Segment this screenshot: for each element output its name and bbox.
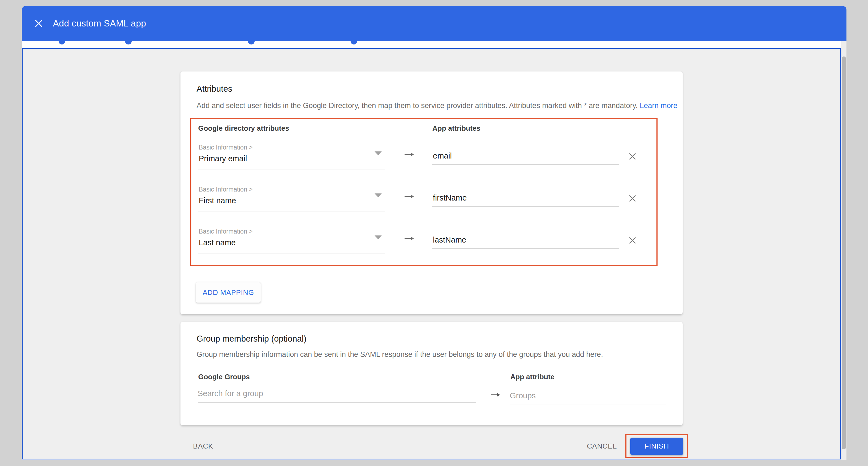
select-underline	[198, 169, 385, 169]
delete-mapping-icon[interactable]	[626, 150, 639, 162]
attributes-description-text: Add and select user fields in the Google…	[196, 101, 638, 110]
dialog-titlebar: Add custom SAML app	[22, 6, 846, 41]
arrow-right-icon	[404, 236, 414, 242]
dialog-title: Add custom SAML app	[53, 18, 146, 29]
learn-more-link[interactable]: Learn more	[640, 101, 677, 110]
app-attribute-input[interactable]	[432, 151, 619, 165]
dialog-footer: BACK CANCEL FINISH	[23, 434, 842, 458]
chevron-down-icon[interactable]	[375, 194, 382, 197]
app-attribute-input[interactable]	[432, 194, 619, 207]
back-button[interactable]: BACK	[193, 434, 213, 458]
chevron-down-icon[interactable]	[375, 235, 382, 239]
add-mapping-button[interactable]: ADD MAPPING	[196, 282, 260, 302]
delete-mapping-icon[interactable]	[626, 192, 639, 204]
app-attribute-input[interactable]	[432, 235, 619, 249]
mapping-row: Basic Information > Last name	[191, 225, 656, 265]
arrow-right-icon	[404, 152, 414, 158]
app-attribute-label: App attribute	[510, 373, 555, 381]
google-groups-label: Google Groups	[198, 373, 250, 381]
directory-attribute-select[interactable]: First name	[199, 196, 236, 205]
cancel-button[interactable]: CANCEL	[587, 434, 617, 458]
finish-button-highlight: FINISH	[625, 434, 688, 458]
directory-attribute-select[interactable]: Last name	[199, 238, 236, 247]
directory-attribute-select[interactable]: Primary email	[199, 154, 247, 163]
finish-button[interactable]: FINISH	[630, 438, 683, 455]
directory-attribute-category: Basic Information >	[199, 228, 253, 235]
mapping-row: Basic Information > Primary email	[191, 141, 656, 181]
directory-attribute-category: Basic Information >	[199, 144, 253, 151]
select-underline	[198, 211, 385, 211]
delete-mapping-icon[interactable]	[626, 234, 639, 246]
group-membership-description: Group membership information can be sent…	[196, 350, 603, 359]
select-underline	[198, 253, 385, 254]
scrollbar-thumb[interactable]	[842, 56, 846, 449]
attributes-heading: Attributes	[196, 84, 232, 94]
arrow-right-icon	[490, 392, 500, 398]
attributes-card: Attributes Add and select user fields in…	[181, 71, 683, 314]
groups-app-attribute-input[interactable]	[510, 391, 666, 405]
add-saml-app-dialog: Add custom SAML app Attributes Add and s…	[22, 6, 846, 460]
directory-attribute-category: Basic Information >	[199, 186, 253, 193]
group-membership-card: Group membership (optional) Group member…	[181, 322, 683, 425]
attributes-description: Add and select user fields in the Google…	[196, 101, 677, 110]
chevron-down-icon[interactable]	[375, 151, 382, 155]
close-icon[interactable]	[33, 18, 45, 29]
app-attributes-header: App attributes	[432, 124, 480, 133]
attribute-mapping-box: Google directory attributes App attribut…	[190, 118, 657, 266]
scrollbar-track[interactable]	[841, 41, 846, 460]
arrow-right-icon	[404, 194, 414, 200]
group-membership-heading: Group membership (optional)	[196, 334, 306, 344]
google-directory-attributes-header: Google directory attributes	[198, 124, 289, 133]
mapping-row: Basic Information > First name	[191, 182, 656, 224]
group-search-input[interactable]	[198, 389, 476, 403]
dialog-content-area: Attributes Add and select user fields in…	[22, 48, 841, 460]
